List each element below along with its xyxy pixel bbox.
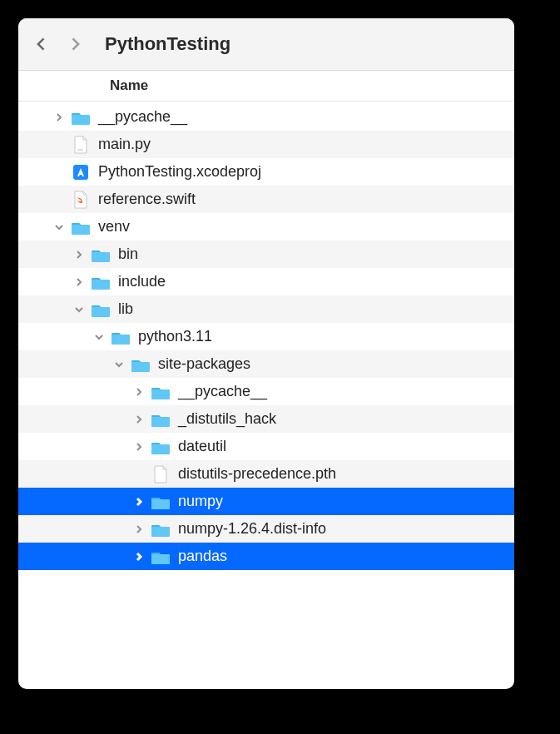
xcode-project-icon <box>70 161 92 183</box>
folder-icon <box>130 354 151 375</box>
tree-row[interactable]: venv <box>18 213 514 241</box>
tree-row-label: _distutils_hack <box>178 410 276 428</box>
folder-icon <box>150 381 171 403</box>
folder-icon <box>70 216 92 238</box>
disclosure-triangle-icon[interactable] <box>133 386 145 398</box>
tree-row-label: lib <box>118 300 133 318</box>
forward-button[interactable] <box>65 34 85 54</box>
tree-row[interactable]: __pycache__ <box>18 103 514 131</box>
tree-row[interactable]: dateutil <box>18 433 514 460</box>
tree-row-label: pandas <box>178 548 227 565</box>
file-tree: __pycache__main.pyPythonTesting.xcodepro… <box>18 102 514 570</box>
file-browser-window: PythonTesting Name __pycache__main.pyPyt… <box>18 18 514 689</box>
tree-row-label: __pycache__ <box>178 383 267 400</box>
tree-row-label: reference.swift <box>98 191 196 208</box>
tree-row[interactable]: numpy-1.26.4.dist-info <box>18 515 514 543</box>
tree-row[interactable]: bin <box>18 241 514 268</box>
disclosure-triangle-icon[interactable] <box>133 414 145 425</box>
toolbar: PythonTesting <box>18 18 514 71</box>
tree-row-label: distutils-precedence.pth <box>178 465 336 483</box>
tree-row-label: numpy <box>178 493 223 510</box>
disclosure-triangle-icon[interactable] <box>53 112 65 123</box>
folder-icon <box>110 326 131 348</box>
disclosure-triangle-icon[interactable] <box>133 496 145 508</box>
folder-icon <box>150 491 171 513</box>
disclosure-triangle-icon[interactable] <box>133 551 145 563</box>
folder-icon <box>150 546 171 568</box>
tree-row[interactable]: PythonTesting.xcodeproj <box>18 158 514 186</box>
disclosure-triangle-icon[interactable] <box>93 331 105 343</box>
disclosure-spacer <box>53 194 65 206</box>
folder-icon <box>90 244 112 265</box>
tree-row[interactable]: python3.11 <box>18 323 514 350</box>
folder-icon <box>70 107 92 128</box>
tree-row[interactable]: main.py <box>18 131 514 158</box>
tree-row-label: dateutil <box>178 438 226 455</box>
disclosure-triangle-icon[interactable] <box>73 276 85 288</box>
tree-row-label: site-packages <box>158 355 250 373</box>
column-header-name[interactable]: Name <box>18 71 514 102</box>
folder-icon <box>90 271 112 293</box>
window-title: PythonTesting <box>105 33 230 55</box>
python-file-icon <box>70 134 92 156</box>
tree-row-label: bin <box>118 245 138 263</box>
generic-file-icon <box>150 464 171 485</box>
disclosure-triangle-icon[interactable] <box>53 221 65 233</box>
tree-row-label: venv <box>98 218 130 236</box>
tree-row-label: python3.11 <box>138 328 212 345</box>
tree-row-label: __pycache__ <box>98 108 187 126</box>
disclosure-triangle-icon[interactable] <box>73 249 85 260</box>
disclosure-spacer <box>53 139 65 151</box>
tree-row[interactable]: numpy <box>18 488 514 515</box>
folder-icon <box>150 518 171 540</box>
back-button[interactable] <box>32 34 52 54</box>
disclosure-spacer <box>53 166 65 178</box>
tree-row[interactable]: _distutils_hack <box>18 405 514 433</box>
folder-icon <box>90 299 112 320</box>
tree-row[interactable]: distutils-precedence.pth <box>18 460 514 488</box>
disclosure-spacer <box>133 469 145 480</box>
disclosure-triangle-icon[interactable] <box>133 441 145 453</box>
tree-row[interactable]: __pycache__ <box>18 378 514 405</box>
tree-row[interactable]: include <box>18 268 514 295</box>
folder-icon <box>150 409 171 430</box>
tree-row[interactable]: lib <box>18 295 514 323</box>
disclosure-triangle-icon[interactable] <box>133 523 145 535</box>
tree-row-label: include <box>118 273 166 290</box>
folder-icon <box>150 436 171 458</box>
tree-row[interactable]: site-packages <box>18 350 514 378</box>
tree-row-label: PythonTesting.xcodeproj <box>98 163 261 181</box>
disclosure-triangle-icon[interactable] <box>73 304 85 315</box>
disclosure-triangle-icon[interactable] <box>113 359 125 370</box>
tree-row[interactable]: reference.swift <box>18 186 514 213</box>
swift-file-icon <box>70 189 92 211</box>
tree-row-label: main.py <box>98 136 151 153</box>
tree-row[interactable]: pandas <box>18 543 514 570</box>
tree-row-label: numpy-1.26.4.dist-info <box>178 520 326 538</box>
